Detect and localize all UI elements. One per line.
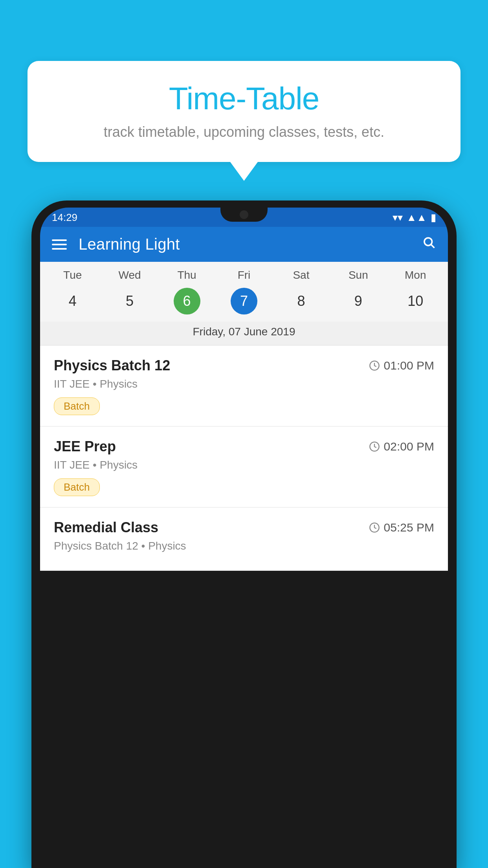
day-name-wed[interactable]: Wed <box>101 269 158 281</box>
class-2-time: 02:00 PM <box>369 440 434 453</box>
menu-icon[interactable] <box>52 239 67 250</box>
class-item-2-header: JEE Prep 02:00 PM <box>54 438 434 455</box>
class-1-name: Physics Batch 12 <box>54 357 170 374</box>
day-5[interactable]: 5 <box>101 288 158 314</box>
bubble-title: Time-Table <box>51 81 437 117</box>
status-time: 14:29 <box>52 211 77 224</box>
day-name-thu[interactable]: Thu <box>158 269 215 281</box>
class-2-meta: IIT JEE • Physics <box>54 459 434 471</box>
day-name-sat[interactable]: Sat <box>273 269 330 281</box>
day-9[interactable]: 9 <box>330 288 387 314</box>
phone-inner: 14:29 ▾▾ ▲▲ ▮ Learning Light Tue <box>40 208 448 571</box>
status-icons: ▾▾ ▲▲ ▮ <box>393 211 436 224</box>
class-3-meta: Physics Batch 12 • Physics <box>54 540 434 552</box>
class-item-2[interactable]: JEE Prep 02:00 PM IIT JEE • Physics Batc… <box>40 427 448 508</box>
day-4[interactable]: 4 <box>44 288 101 314</box>
signal-icon: ▲▲ <box>407 211 427 224</box>
class-3-time: 05:25 PM <box>369 521 434 534</box>
class-1-time: 01:00 PM <box>369 359 434 372</box>
speech-bubble: Time-Table track timetable, upcoming cla… <box>28 61 460 162</box>
bubble-subtitle: track timetable, upcoming classes, tests… <box>51 124 437 140</box>
class-2-name: JEE Prep <box>54 438 116 455</box>
status-bar: 14:29 ▾▾ ▲▲ ▮ <box>40 208 448 227</box>
day-names-row: Tue Wed Thu Fri Sat Sun Mon <box>40 262 448 285</box>
phone-notch <box>220 208 268 222</box>
class-item-1-header: Physics Batch 12 01:00 PM <box>54 357 434 374</box>
day-name-sun[interactable]: Sun <box>330 269 387 281</box>
day-name-tue[interactable]: Tue <box>44 269 101 281</box>
class-1-meta: IIT JEE • Physics <box>54 378 434 390</box>
app-header: Learning Light <box>40 227 448 262</box>
search-button[interactable] <box>422 235 436 253</box>
class-3-name: Remedial Class <box>54 519 158 536</box>
battery-icon: ▮ <box>431 211 436 224</box>
day-7-selected[interactable]: 7 <box>231 288 257 314</box>
day-name-fri[interactable]: Fri <box>215 269 272 281</box>
class-2-tag: Batch <box>54 478 100 496</box>
day-name-mon[interactable]: Mon <box>387 269 444 281</box>
svg-point-0 <box>424 238 432 246</box>
selected-date-label: Friday, 07 June 2019 <box>40 322 448 346</box>
clock-icon-1 <box>369 360 380 371</box>
class-list: Physics Batch 12 01:00 PM IIT JEE • Phys… <box>40 346 448 571</box>
clock-icon-3 <box>369 522 380 533</box>
class-item-3-header: Remedial Class 05:25 PM <box>54 519 434 536</box>
calendar-strip: Tue Wed Thu Fri Sat Sun Mon 4 5 6 7 8 9 … <box>40 262 448 346</box>
wifi-icon: ▾▾ <box>393 211 403 224</box>
class-item-1[interactable]: Physics Batch 12 01:00 PM IIT JEE • Phys… <box>40 346 448 427</box>
app-title: Learning Light <box>79 235 410 253</box>
clock-icon-2 <box>369 441 380 452</box>
day-6-today[interactable]: 6 <box>174 288 200 314</box>
day-10[interactable]: 10 <box>387 288 444 314</box>
class-item-3[interactable]: Remedial Class 05:25 PM Physics Batch 12… <box>40 508 448 571</box>
camera-cutout <box>240 210 248 219</box>
day-numbers-row: 4 5 6 7 8 9 10 <box>40 285 448 322</box>
class-1-tag: Batch <box>54 397 100 415</box>
phone-frame: 14:29 ▾▾ ▲▲ ▮ Learning Light Tue <box>31 200 457 868</box>
svg-line-1 <box>431 245 434 248</box>
day-8[interactable]: 8 <box>273 288 330 314</box>
